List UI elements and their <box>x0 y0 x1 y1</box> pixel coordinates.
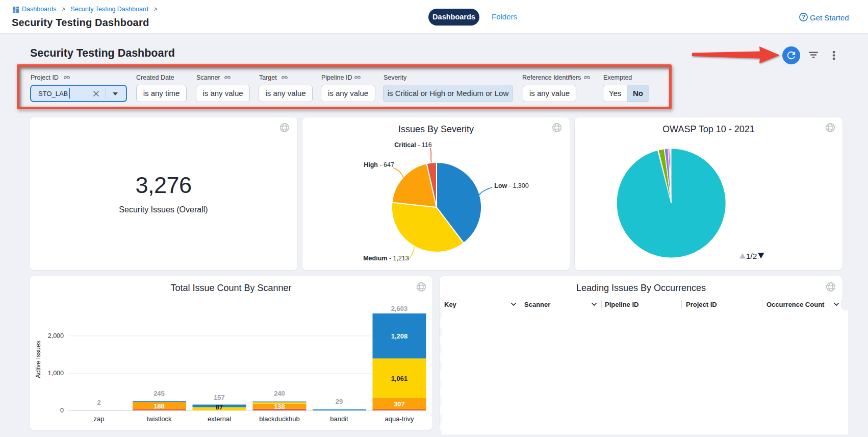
svg-text:188: 188 <box>154 402 165 410</box>
svg-text:1/2: 1/2 <box>746 252 757 260</box>
svg-text:157: 157 <box>214 394 225 401</box>
svg-text:29: 29 <box>336 398 343 405</box>
svg-text:aqua-trivy: aqua-trivy <box>385 415 414 423</box>
svg-text:2,603: 2,603 <box>391 305 408 312</box>
svg-text:2: 2 <box>97 399 100 406</box>
svg-text:240: 240 <box>274 390 285 397</box>
svg-text:blackduckhub: blackduckhub <box>259 415 300 423</box>
svg-text:138: 138 <box>274 403 285 410</box>
svg-text:High - 647: High - 647 <box>364 161 394 168</box>
svg-text:245: 245 <box>154 390 165 397</box>
svg-text:zap: zap <box>94 415 105 423</box>
svg-text:1,000: 1,000 <box>48 370 64 377</box>
svg-text:1,208: 1,208 <box>391 332 408 340</box>
svg-text:87: 87 <box>216 403 223 411</box>
svg-text:twistlock: twistlock <box>146 415 172 423</box>
svg-text:0: 0 <box>60 407 64 414</box>
svg-text:Medium - 1,213: Medium - 1,213 <box>363 255 409 262</box>
svg-text:Critical - 116: Critical - 116 <box>394 141 431 149</box>
svg-text:Low - 1,300: Low - 1,300 <box>494 182 528 189</box>
svg-text:?: ? <box>802 14 805 20</box>
svg-text:Active Issues: Active Issues <box>35 341 42 378</box>
svg-text:2,000: 2,000 <box>48 332 64 339</box>
svg-text:bandit: bandit <box>330 415 348 423</box>
svg-text:external: external <box>208 415 231 423</box>
svg-text:1,061: 1,061 <box>391 375 408 382</box>
svg-text:307: 307 <box>394 400 405 408</box>
